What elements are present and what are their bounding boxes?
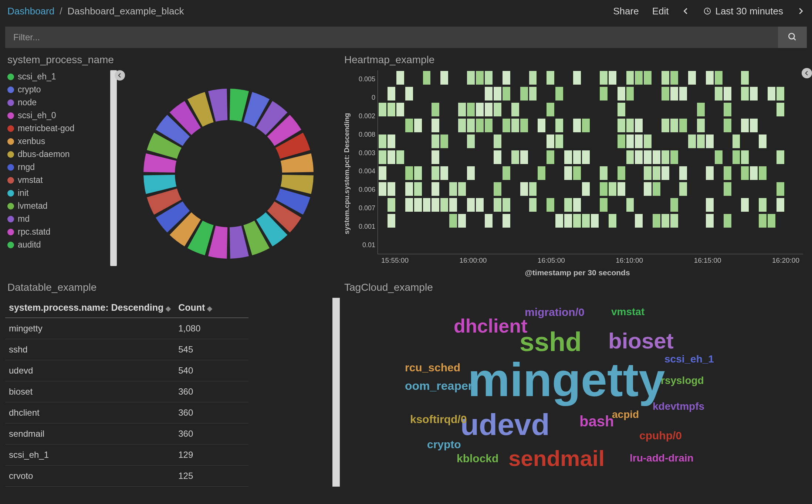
heatmap-cell[interactable] — [564, 166, 572, 180]
heatmap-cell[interactable] — [440, 166, 448, 180]
heatmap-cell[interactable] — [662, 214, 669, 228]
heatmap-cell[interactable] — [679, 87, 687, 101]
heatmap-cell[interactable] — [467, 198, 475, 212]
heatmap-cell[interactable] — [715, 87, 723, 101]
legend-item[interactable]: metricbeat-god — [7, 122, 109, 135]
legend-item[interactable]: xenbus — [7, 135, 109, 148]
heatmap-cell[interactable] — [600, 166, 608, 180]
heatmap-cell[interactable] — [618, 103, 625, 116]
heatmap-cell[interactable] — [715, 71, 723, 85]
heatmap-cell[interactable] — [388, 182, 395, 196]
heatmap-cell[interactable] — [600, 198, 608, 212]
heatmap-cell[interactable] — [653, 166, 660, 180]
heatmap-cell[interactable] — [662, 119, 669, 132]
search-button[interactable] — [778, 27, 807, 48]
heatmap-cell[interactable] — [662, 71, 669, 85]
table-row[interactable]: crvoto125 — [5, 466, 248, 487]
heatmap-cell[interactable] — [733, 150, 740, 164]
time-prev-icon[interactable] — [682, 7, 690, 15]
heatmap-cell[interactable] — [600, 87, 608, 101]
collapse-left-icon[interactable] — [115, 70, 125, 81]
heatmap-cell[interactable] — [724, 166, 731, 180]
tagcloud-tag[interactable]: sshd — [520, 327, 582, 357]
heatmap-cell[interactable] — [768, 87, 775, 101]
heatmap-cell[interactable] — [741, 119, 749, 132]
heatmap-cell[interactable] — [405, 198, 413, 212]
heatmap-cell[interactable] — [750, 119, 758, 132]
heatmap-cell[interactable] — [741, 166, 749, 180]
heatmap-cell[interactable] — [414, 119, 422, 132]
heatmap-cell[interactable] — [379, 150, 386, 164]
heatmap-cell[interactable] — [635, 119, 643, 132]
heatmap-cell[interactable] — [494, 103, 501, 116]
heatmap-cell[interactable] — [379, 103, 386, 116]
heatmap-cell[interactable] — [449, 214, 457, 228]
heatmap-cell[interactable] — [388, 214, 395, 228]
heatmap-cell[interactable] — [467, 166, 475, 180]
heatmap-cell[interactable] — [467, 134, 475, 148]
heatmap-cell[interactable] — [414, 182, 422, 196]
heatmap-cell[interactable] — [573, 198, 581, 212]
heatmap-cell[interactable] — [706, 166, 714, 180]
tagcloud-tag[interactable]: bioset — [608, 328, 674, 354]
tagcloud-tag[interactable]: rsyslogd — [661, 375, 704, 386]
heatmap-cell[interactable] — [688, 71, 696, 85]
tagcloud-tag[interactable]: sendmail — [508, 446, 605, 471]
table-row[interactable]: sshd545 — [5, 339, 248, 360]
heatmap-cell[interactable] — [618, 182, 625, 196]
heatmap-cell[interactable] — [644, 134, 652, 148]
heatmap-cell[interactable] — [635, 134, 643, 148]
legend-item[interactable]: auditd — [7, 238, 109, 251]
table-row[interactable]: udevd540 — [5, 360, 248, 381]
heatmap-cell[interactable] — [555, 214, 563, 228]
heatmap-cell[interactable] — [529, 198, 537, 212]
heatmap-cell[interactable] — [635, 71, 643, 85]
heatmap-cell[interactable] — [724, 214, 731, 228]
heatmap-cell[interactable] — [618, 134, 625, 148]
heatmap-cell[interactable] — [547, 134, 554, 148]
heatmap-cell[interactable] — [582, 182, 590, 196]
table-col2-header[interactable]: Count◆ — [175, 298, 248, 318]
breadcrumb-root[interactable]: Dashboard — [7, 6, 54, 17]
heatmap-cell[interactable] — [759, 166, 767, 180]
heatmap-cell[interactable] — [573, 71, 581, 85]
legend-item[interactable]: lvmetad — [7, 200, 109, 212]
heatmap-cell[interactable] — [432, 134, 439, 148]
heatmap-area[interactable] — [378, 70, 803, 254]
heatmap-cell[interactable] — [494, 87, 501, 101]
heatmap-cell[interactable] — [432, 103, 439, 116]
heatmap-cell[interactable] — [494, 182, 501, 196]
heatmap-cell[interactable] — [706, 134, 714, 148]
heatmap-cell[interactable] — [529, 87, 537, 101]
edit-button[interactable]: Edit — [652, 6, 669, 17]
heatmap-cell[interactable] — [653, 214, 660, 228]
heatmap-cell[interactable] — [573, 150, 581, 164]
heatmap-cell[interactable] — [511, 103, 519, 116]
time-next-icon[interactable] — [796, 7, 805, 15]
heatmap-cell[interactable] — [564, 198, 572, 212]
heatmap-cell[interactable] — [600, 182, 608, 196]
heatmap-cell[interactable] — [697, 103, 705, 116]
donut-chart[interactable] — [117, 70, 340, 277]
heatmap-cell[interactable] — [432, 150, 439, 164]
heatmap-cell[interactable] — [494, 134, 501, 148]
tagcloud-tag[interactable]: acpid — [612, 409, 639, 420]
heatmap-cell[interactable] — [503, 214, 510, 228]
filter-input[interactable] — [5, 27, 778, 48]
heatmap-cell[interactable] — [432, 166, 439, 180]
heatmap-cell[interactable] — [520, 150, 528, 164]
heatmap-cell[interactable] — [626, 71, 634, 85]
tagcloud-tag[interactable]: migration/0 — [525, 306, 585, 319]
heatmap-cell[interactable] — [573, 119, 581, 132]
tagcloud-tag[interactable]: mingetty — [468, 353, 665, 407]
heatmap-cell[interactable] — [644, 150, 652, 164]
heatmap-cell[interactable] — [396, 150, 404, 164]
heatmap-cell[interactable] — [379, 134, 386, 148]
heatmap-cell[interactable] — [697, 134, 705, 148]
heatmap-cell[interactable] — [458, 103, 466, 116]
time-picker[interactable]: Last 30 minutes — [703, 6, 783, 17]
heatmap-cell[interactable] — [405, 166, 413, 180]
heatmap-cell[interactable] — [626, 134, 634, 148]
heatmap-cell[interactable] — [679, 182, 687, 196]
heatmap-cell[interactable] — [555, 134, 563, 148]
